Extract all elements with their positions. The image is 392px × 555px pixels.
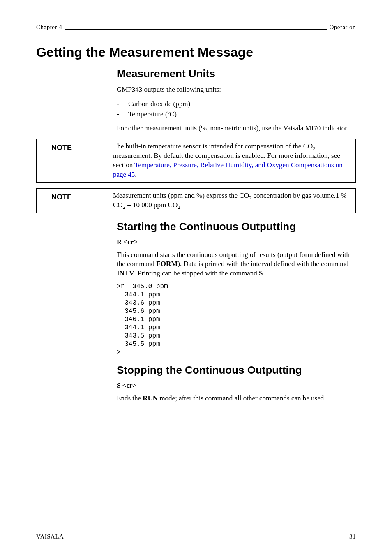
list-item: -Carbon dioxide (ppm) bbox=[117, 99, 356, 109]
note-text: . bbox=[135, 171, 136, 178]
note-label: NOTE bbox=[41, 142, 113, 153]
list-item-text: Carbon dioxide (ppm) bbox=[128, 100, 190, 108]
bold-text: S bbox=[259, 269, 263, 277]
body-text: . Printing can be stopped with the comma… bbox=[134, 269, 259, 277]
body-text: mode; after this command all other comma… bbox=[158, 394, 325, 402]
header-right: Operation bbox=[330, 24, 356, 31]
units-list: -Carbon dioxide (ppm) -Temperature (ºC) bbox=[117, 99, 356, 120]
bold-text: INTV bbox=[117, 269, 134, 277]
note-body: The built-in temperature sensor is inten… bbox=[113, 142, 351, 180]
footer-right: 31 bbox=[349, 533, 356, 540]
heading-1: Getting the Measurement Message bbox=[36, 45, 356, 60]
header-rule bbox=[65, 25, 327, 30]
section-starting: Starting the Continuous Outputting R <cr… bbox=[117, 220, 356, 357]
note-box-2: NOTE Measurement units (ppm and %) expre… bbox=[36, 188, 356, 213]
heading-starting: Starting the Continuous Outputting bbox=[117, 220, 356, 233]
note-box-1: NOTE The built-in temperature sensor is … bbox=[36, 139, 356, 183]
bold-text: FORM bbox=[156, 260, 178, 268]
note-body: Measurement units (ppm and %) express th… bbox=[113, 191, 351, 210]
list-item-text: Temperature (ºC) bbox=[128, 110, 177, 118]
section-stopping: Stopping the Continuous Outputting S <cr… bbox=[117, 364, 356, 403]
output-block: >r 345.0 ppm 344.1 ppm 343.6 ppm 345.6 p… bbox=[117, 282, 356, 356]
list-item: -Temperature (ºC) bbox=[117, 109, 356, 120]
note-text: concentration by gas bbox=[251, 192, 311, 199]
note-text: The built-in temperature sensor is inten… bbox=[113, 142, 313, 150]
page: Chapter 4 Operation Getting the Measurem… bbox=[0, 0, 392, 555]
footer-rule bbox=[66, 534, 347, 539]
note-link[interactable]: Temperature, Pressure, Relative Humidity… bbox=[113, 161, 343, 178]
note-text: Measurement units (ppm and %) express th… bbox=[113, 192, 249, 199]
note-sub: 2 bbox=[313, 146, 315, 151]
note-sub: 2 bbox=[178, 204, 180, 210]
header-left: Chapter 4 bbox=[36, 24, 62, 31]
body-text: Ends the bbox=[117, 394, 143, 402]
units-intro: GMP343 outputs the following units: bbox=[117, 85, 356, 95]
note-label: NOTE bbox=[41, 191, 113, 202]
cmd-s: S <cr> bbox=[117, 382, 356, 390]
body-text: . bbox=[263, 269, 265, 277]
stopping-body: Ends the RUN mode; after this command al… bbox=[117, 394, 356, 403]
page-footer: VAISALA 31 bbox=[36, 533, 356, 540]
heading-stopping: Stopping the Continuous Outputting bbox=[117, 364, 356, 377]
section-measurement-units: Measurement Units GMP343 outputs the fol… bbox=[117, 67, 356, 133]
footer-left: VAISALA bbox=[36, 533, 64, 540]
note-text: = 10 000 ppm CO bbox=[125, 201, 178, 209]
body-text: ). Data is printed with the interval def… bbox=[178, 260, 348, 268]
cmd-r: R <cr> bbox=[117, 238, 356, 246]
bold-text: RUN bbox=[143, 394, 158, 402]
page-header: Chapter 4 Operation bbox=[36, 24, 356, 31]
starting-body: This command starts the continuous outpu… bbox=[117, 250, 356, 279]
units-after: For other measurement units (%, non-metr… bbox=[117, 124, 356, 133]
heading-units: Measurement Units bbox=[117, 67, 356, 80]
